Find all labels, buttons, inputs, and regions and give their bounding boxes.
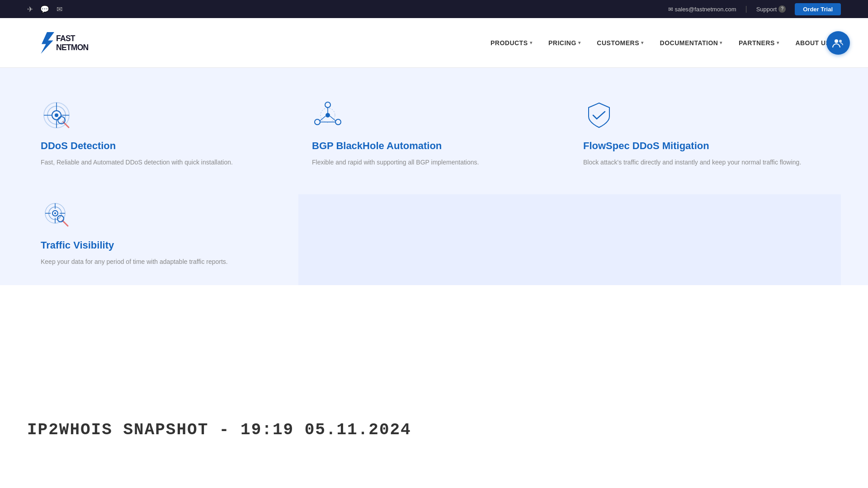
card-flowspec: FlowSpec DDoS Mitigation Block attack's …: [570, 86, 841, 185]
svg-point-16: [315, 119, 320, 125]
card-ddos-detection: DDoS Detection Fast, Reliable and Automa…: [27, 86, 298, 185]
second-row: Traffic Visibility Keep your data for an…: [27, 194, 841, 285]
svg-point-27: [54, 212, 56, 214]
help-icon: ?: [778, 5, 786, 13]
card-bgp-blackhole: BGP BlackHole Automation Flexible and ra…: [298, 86, 570, 185]
main-nav: PRODUCTS ▾ PRICING ▾ CUSTOMERS ▾ DOCUMEN…: [484, 36, 841, 50]
features-grid: DDoS Detection Fast, Reliable and Automa…: [27, 86, 841, 194]
flowspec-title: FlowSpec DDoS Mitigation: [583, 140, 823, 152]
nav-item-products[interactable]: PRODUCTS ▾: [484, 36, 538, 50]
watermark-section: IP2WHOIS SNAPSHOT - 19:19 05.11.2024: [0, 412, 868, 448]
topbar: ✈ 💬 ✉ ✉ sales@fastnetmon.com | Support ?…: [0, 0, 868, 18]
email-link[interactable]: ✉ sales@fastnetmon.com: [668, 6, 736, 13]
chevron-down-icon: ▾: [777, 40, 779, 45]
card-traffic-visibility: Traffic Visibility Keep your data for an…: [27, 194, 298, 285]
topbar-right-area: ✉ sales@fastnetmon.com | Support ? Order…: [668, 3, 841, 15]
traffic-icon: [41, 199, 280, 232]
support-link[interactable]: Support ?: [756, 5, 786, 13]
empty-col-1: [298, 194, 570, 285]
user-avatar-button[interactable]: [826, 31, 850, 55]
traffic-visibility-desc: Keep your data for any period of time wi…: [41, 257, 280, 267]
nav-item-customers[interactable]: CUSTOMERS ▾: [590, 36, 650, 50]
bgp-blackhole-title: BGP BlackHole Automation: [312, 140, 552, 152]
svg-marker-0: [41, 32, 54, 54]
logo-area[interactable]: FAST NETMON: [27, 27, 99, 59]
svg-point-3: [835, 39, 838, 43]
chat-icon[interactable]: 💬: [40, 5, 49, 14]
main-content: DDoS Detection Fast, Reliable and Automa…: [0, 68, 868, 285]
chevron-down-icon: ▾: [578, 40, 581, 45]
logo[interactable]: FAST NETMON: [27, 27, 99, 59]
bgp-icon: [312, 99, 552, 133]
chevron-down-icon: ▾: [641, 40, 644, 45]
svg-point-8: [55, 113, 58, 117]
watermark-text: IP2WHOIS SNAPSHOT - 19:19 05.11.2024: [27, 421, 841, 439]
chevron-down-icon: ▾: [530, 40, 533, 45]
nav-item-partners[interactable]: PARTNERS ▾: [732, 36, 785, 50]
ddos-detection-desc: Fast, Reliable and Automated DDoS detect…: [41, 157, 280, 167]
nav-item-pricing[interactable]: PRICING ▾: [542, 36, 587, 50]
svg-point-17: [335, 119, 341, 125]
mail-icon[interactable]: ✉: [57, 5, 62, 14]
flowspec-icon: [583, 99, 823, 133]
flowspec-desc: Block attack's traffic directly and inst…: [583, 157, 823, 167]
content-spacer: [0, 285, 868, 412]
ddos-detection-title: DDoS Detection: [41, 140, 280, 152]
svg-point-18: [326, 113, 330, 117]
svg-line-32: [62, 221, 68, 226]
telegram-icon[interactable]: ✈: [27, 5, 33, 14]
chevron-down-icon: ▾: [720, 40, 722, 45]
order-trial-button[interactable]: Order Trial: [795, 3, 841, 15]
nav-item-documentation[interactable]: DOCUMENTATION ▾: [654, 36, 729, 50]
ddos-icon: [41, 99, 280, 133]
topbar-social-icons: ✈ 💬 ✉: [27, 5, 62, 14]
empty-col-2: [570, 194, 841, 285]
traffic-visibility-title: Traffic Visibility: [41, 239, 280, 251]
svg-point-15: [325, 102, 330, 108]
svg-point-4: [839, 40, 842, 42]
svg-text:FAST: FAST: [56, 34, 75, 43]
svg-text:NETMON: NETMON: [56, 43, 89, 52]
bgp-blackhole-desc: Flexible and rapid with supporting all B…: [312, 157, 552, 167]
header: FAST NETMON PRODUCTS ▾ PRICING ▾ CUSTOME…: [0, 18, 868, 68]
divider: |: [745, 5, 747, 13]
